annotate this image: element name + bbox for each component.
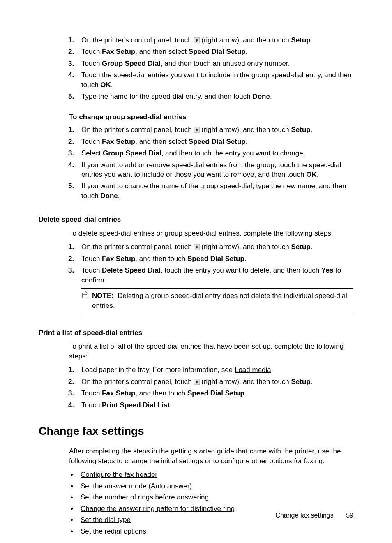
list-item: 5. Type the name for the speed-dial entr… — [68, 92, 353, 101]
list-item: Set the number of rings before answering — [69, 492, 353, 502]
list-number: 2. — [68, 254, 79, 263]
change-fax-intro: After completing the steps in the gettin… — [69, 446, 353, 466]
right-arrow-icon — [194, 37, 200, 43]
change-fax-links: Configure the fax header Set the answer … — [69, 470, 353, 536]
list-number: 4. — [68, 70, 79, 80]
list-number: 5. — [68, 181, 79, 191]
right-arrow-icon — [194, 379, 200, 385]
list-number: 1. — [68, 125, 79, 134]
list-number: 1. — [68, 35, 79, 45]
step-text: Touch Delete Speed Dial, touch the entry… — [81, 266, 341, 284]
list-item: 5. If you want to change the name of the… — [68, 181, 353, 201]
list-number: 3. — [68, 388, 79, 398]
link-change-ring-pattern[interactable]: Change the answer ring pattern for disti… — [81, 505, 235, 513]
list-item: Configure the fax header — [69, 470, 353, 479]
list-item: 3. Touch Delete Speed Dial, touch the en… — [68, 266, 353, 285]
change-fax-heading: Change fax settings — [39, 424, 353, 439]
step-text: Touch Fax Setup, and then select Speed D… — [81, 138, 247, 146]
list-item: 2. On the printer's control panel, touch… — [68, 377, 353, 386]
list-item: Set the redial options — [69, 527, 353, 536]
list-item: 3. Touch Group Speed Dial, and then touc… — [68, 59, 353, 68]
list-item: 2. Touch Fax Setup, and then select Spee… — [68, 137, 353, 146]
list-item: 1. On the printer's control panel, touch… — [68, 125, 353, 134]
step-text: On the printer's control panel, touch (r… — [81, 126, 313, 134]
svg-rect-6 — [82, 293, 88, 298]
page-footer: Change fax settings 59 — [275, 511, 353, 520]
note-label: NOTE: — [92, 292, 114, 300]
right-arrow-icon — [194, 244, 200, 250]
change-group-heading: To change group speed-dial entries — [69, 112, 353, 122]
print-list-intro: To print a list of all of the speed-dial… — [69, 342, 353, 361]
step-text: If you want to add or remove speed-dial … — [81, 161, 341, 178]
step-text: Touch the speed-dial entries you want to… — [81, 71, 351, 88]
list-item: 1. On the printer's control panel, touch… — [68, 242, 353, 252]
step-text: Touch Fax Setup, and then touch Speed Di… — [81, 389, 247, 397]
step-text: On the printer's control panel, touch (r… — [81, 36, 313, 44]
note-icon — [81, 291, 90, 299]
page-content: 1. On the printer's control panel, touch… — [39, 35, 353, 536]
page-number: 59 — [346, 512, 353, 519]
list-number: 2. — [68, 137, 79, 146]
delete-heading: Delete speed-dial entries — [39, 215, 353, 224]
step-text: Touch Print Speed Dial List. — [81, 401, 172, 409]
list-number: 2. — [68, 47, 79, 56]
list-item: 1. Load paper in the tray. For more info… — [68, 365, 353, 374]
list-item: 2. Touch Fax Setup, and then select Spee… — [68, 47, 353, 56]
step-text: Touch Fax Setup, and then touch Speed Di… — [81, 255, 247, 263]
load-media-link[interactable]: Load media — [235, 366, 271, 374]
list-number: 3. — [68, 59, 79, 68]
list-item: Set the answer mode (Auto answer) — [69, 481, 353, 491]
link-set-answer-mode[interactable]: Set the answer mode (Auto answer) — [81, 482, 192, 490]
step-text: On the printer's control panel, touch (r… — [81, 378, 313, 386]
list-item: 3. Select Group Speed Dial, and then tou… — [68, 148, 353, 158]
list-item: 2. Touch Fax Setup, and then touch Speed… — [68, 254, 353, 263]
link-configure-fax-header[interactable]: Configure the fax header — [81, 471, 157, 478]
link-set-dial-type[interactable]: Set the dial type — [81, 516, 131, 524]
step-text: On the printer's control panel, touch (r… — [81, 243, 313, 251]
print-list-heading: Print a list of speed-dial entries — [39, 328, 353, 337]
step-text: Touch Group Speed Dial, and then touch a… — [81, 60, 290, 67]
footer-title: Change fax settings — [275, 512, 333, 519]
list-number: 3. — [68, 266, 79, 275]
list-number: 1. — [68, 242, 79, 252]
document-page: 1. On the printer's control panel, touch… — [0, 0, 392, 543]
step-text: Touch Fax Setup, and then select Speed D… — [81, 48, 247, 55]
list-number: 2. — [68, 377, 79, 386]
step-text: Type the name for the speed-dial entry, … — [81, 92, 272, 100]
delete-intro: To delete speed-dial entries or group sp… — [69, 229, 353, 238]
setup-group-list: 1. On the printer's control panel, touch… — [68, 35, 353, 102]
note-content: NOTE: Deleting a group speed-dial entry … — [81, 291, 353, 310]
print-list-steps: 1. Load paper in the tray. For more info… — [68, 365, 353, 410]
list-number: 4. — [68, 400, 79, 410]
note-text: Deleting a group speed-dial entry does n… — [92, 292, 347, 309]
list-item: 1. On the printer's control panel, touch… — [68, 35, 353, 45]
right-arrow-icon — [194, 127, 200, 133]
list-number: 5. — [68, 92, 79, 101]
step-text: If you want to change the name of the gr… — [81, 182, 346, 199]
note-box: NOTE: Deleting a group speed-dial entry … — [81, 288, 353, 314]
list-number: 3. — [68, 148, 79, 158]
list-item: 4. If you want to add or remove speed-di… — [68, 160, 353, 180]
link-set-number-rings[interactable]: Set the number of rings before answering — [81, 493, 209, 501]
link-set-redial-options[interactable]: Set the redial options — [81, 527, 146, 535]
list-item: 4. Touch Print Speed Dial List. — [68, 400, 353, 410]
list-number: 1. — [68, 365, 79, 374]
step-text: Select Group Speed Dial, and then touch … — [81, 149, 305, 157]
delete-list: 1. On the printer's control panel, touch… — [68, 242, 353, 285]
list-item: 3. Touch Fax Setup, and then touch Speed… — [68, 388, 353, 398]
change-group-list: 1. On the printer's control panel, touch… — [68, 125, 353, 201]
list-item: 4. Touch the speed-dial entries you want… — [68, 70, 353, 90]
list-number: 4. — [68, 160, 79, 170]
step-text: Load paper in the tray. For more informa… — [81, 366, 273, 374]
